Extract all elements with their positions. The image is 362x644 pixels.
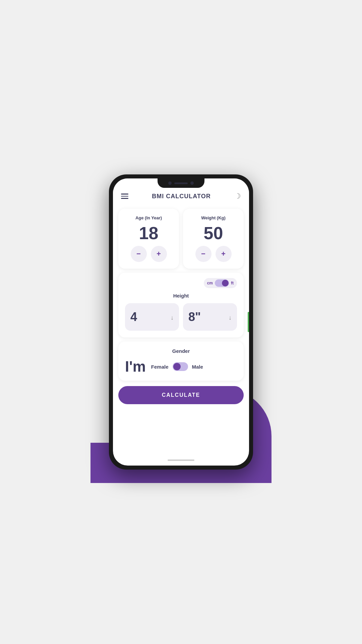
phone-wrapper: BMI CALCULATOR ☽ Age (In Year) 18 − +: [90, 161, 272, 483]
age-controls: − +: [131, 246, 167, 262]
weight-controls: − +: [195, 246, 232, 262]
gender-toggle-knob: [173, 363, 181, 370]
height-card: cm ft Height 4 ↓: [118, 273, 244, 337]
notch-camera-2: [190, 181, 194, 185]
inches-arrow-icon: ↓: [229, 314, 232, 321]
height-top: cm ft: [125, 278, 237, 288]
notch-speaker: [174, 182, 188, 184]
im-text: I'm: [125, 359, 146, 374]
feet-value: 4: [130, 310, 137, 324]
gender-card: Gender I'm Female Male: [118, 341, 244, 381]
female-label: Female: [151, 364, 169, 370]
weight-label: Weight (Kg): [201, 215, 226, 220]
theme-toggle-button[interactable]: ☽: [234, 192, 241, 201]
unit-toggle-container[interactable]: cm ft: [204, 278, 237, 288]
unit-toggle-knob: [222, 280, 229, 286]
scroll-indicator: [248, 312, 249, 332]
bottom-bar: [113, 458, 249, 466]
phone-frame: BMI CALCULATOR ☽ Age (In Year) 18 − +: [109, 174, 253, 470]
weight-card: Weight (Kg) 50 − +: [183, 209, 244, 269]
age-card: Age (In Year) 18 − +: [118, 209, 179, 269]
app-title: BMI CALCULATOR: [152, 193, 210, 200]
age-increment-button[interactable]: +: [151, 246, 167, 262]
notch: [158, 178, 204, 188]
phone-screen: BMI CALCULATOR ☽ Age (In Year) 18 − +: [113, 178, 249, 466]
content-area: Age (In Year) 18 − + Weight (Kg) 50 −: [113, 206, 249, 458]
inches-value: 8": [188, 310, 201, 324]
unit-toggle-switch[interactable]: [215, 279, 229, 287]
gender-toggle-switch[interactable]: [173, 362, 188, 371]
male-label: Male: [192, 364, 203, 370]
height-label: Height: [125, 293, 237, 299]
gender-label: Gender: [125, 348, 237, 354]
feet-dropdown[interactable]: 4 ↓: [125, 303, 179, 331]
age-decrement-button[interactable]: −: [131, 246, 147, 262]
menu-button[interactable]: [121, 194, 128, 199]
gender-options: Female Male: [151, 362, 237, 371]
calculate-button[interactable]: CALCULATE: [118, 386, 244, 404]
gender-row: I'm Female Male: [125, 359, 237, 374]
notch-camera: [168, 181, 172, 185]
weight-increment-button[interactable]: +: [216, 246, 232, 262]
unit-ft-label: ft: [231, 281, 234, 285]
age-value: 18: [139, 224, 159, 242]
unit-cm-label: cm: [207, 281, 213, 285]
age-label: Age (In Year): [135, 215, 162, 220]
inches-dropdown[interactable]: 8" ↓: [183, 303, 237, 331]
feet-arrow-icon: ↓: [171, 314, 174, 321]
weight-value: 50: [204, 224, 223, 242]
weight-decrement-button[interactable]: −: [195, 246, 212, 262]
top-row: Age (In Year) 18 − + Weight (Kg) 50 −: [118, 209, 244, 269]
height-dropdowns: 4 ↓ 8" ↓: [125, 303, 237, 331]
home-indicator: [168, 460, 194, 461]
